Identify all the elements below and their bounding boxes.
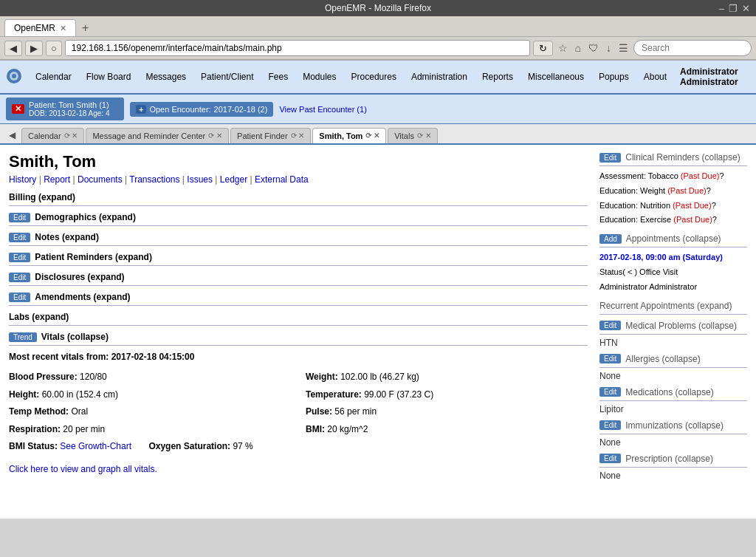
user-display: Administrator Administrator (674, 61, 750, 93)
immunizations-edit-button[interactable]: Edit (599, 420, 621, 430)
medical-problems-value: HTN (599, 338, 747, 348)
view-past-encounter-link[interactable]: View Past Encounter (1) (279, 105, 366, 114)
oxygen-value: 97 % (233, 441, 252, 451)
download-icon[interactable]: ↓ (604, 41, 614, 55)
menu-modules[interactable]: Modules (295, 66, 343, 88)
url-bar[interactable] (65, 40, 530, 56)
reminders-list: Assessment: Tobacco (Past Due)? Educatio… (599, 169, 747, 228)
clinical-reminders-edit-button[interactable]: Edit (599, 153, 621, 163)
restore-button[interactable]: ❐ (729, 3, 738, 14)
allergies-value: None (599, 371, 747, 381)
menu-patient-client[interactable]: Patient/Client (193, 66, 261, 88)
recurrent-appointments-header: Recurrent Appointments (expand) (599, 301, 747, 311)
tab-smith-tom[interactable]: Smith, Tom ⟳ ✕ (312, 128, 386, 143)
medical-problems-section: Edit Medical Problems (collapse) HTN (599, 321, 747, 348)
prescription-edit-button[interactable]: Edit (599, 454, 621, 463)
tab-smith-icons: ⟳ ✕ (365, 131, 379, 140)
vitals-trend-button[interactable]: Trend (9, 332, 37, 342)
appointments-title: Appointments (collapse) (626, 233, 721, 244)
labs-header: Labs (expand) (9, 312, 588, 322)
menu-administration[interactable]: Administration (404, 66, 475, 88)
documents-link[interactable]: Documents (78, 174, 123, 185)
open-encounter-button[interactable]: + Open Encounter: 2017-02-18 (2) (130, 102, 273, 117)
tab-vitals[interactable]: Vitals ⟳ ✕ (388, 128, 437, 143)
bmi-status-link[interactable]: See Growth-Chart (60, 441, 131, 451)
svg-point-2 (12, 74, 16, 78)
weight-value: 102.00 lb (46.27 kg) (340, 372, 419, 382)
browser-tab-close[interactable]: ✕ (60, 24, 66, 33)
browser-title: OpenEMR - Mozilla Firefox (325, 3, 431, 13)
tab-calendar[interactable]: Calendar ⟳ ✕ (21, 128, 84, 143)
recurrent-appointments-title: Recurrent Appointments (expand) (599, 301, 732, 311)
medications-edit-button[interactable]: Edit (599, 387, 621, 397)
encounter-info: View Past Encounter (1) (279, 105, 366, 114)
temperature-row: Temperature: 99.00 F (37.23 C) (306, 387, 588, 403)
patient-dob: DOB: 2013-02-18 Age: 4 (29, 109, 110, 117)
blood-pressure-value: 120/80 (80, 372, 107, 382)
reload-button[interactable]: ↻ (533, 41, 553, 56)
home-button[interactable]: ○ (46, 41, 62, 56)
notes-edit-button[interactable]: Edit (9, 233, 30, 242)
forward-button[interactable]: ▶ (25, 41, 43, 56)
height-label: Height: (9, 389, 39, 400)
pulse-row: Pulse: 56 per min (306, 404, 588, 420)
amendments-edit-button[interactable]: Edit (9, 293, 30, 302)
shield-icon[interactable]: 🛡 (586, 41, 601, 55)
close-button[interactable]: ✕ (742, 3, 750, 14)
tab-finder-icons: ⟳ ✕ (291, 131, 305, 140)
reminder-nutrition-status: (Past Due) (673, 201, 712, 210)
menu-icon[interactable]: ☰ (616, 41, 630, 55)
right-panel: Edit Clinical Reminders (collapse) Asses… (599, 152, 747, 487)
back-button[interactable]: ◀ (4, 41, 22, 56)
menu-miscellaneous[interactable]: Miscellaneous (520, 66, 591, 88)
immunizations-title: Immunizations (collapse) (625, 420, 724, 431)
issues-link[interactable]: Issues (187, 174, 213, 185)
history-link[interactable]: History (9, 174, 36, 185)
external-data-link[interactable]: External Data (255, 174, 309, 185)
patient-label: Patient: (29, 100, 56, 109)
patient-reminders-edit-button[interactable]: Edit (9, 253, 30, 262)
weight-row: Weight: 102.00 lb (46.27 kg) (306, 369, 588, 386)
temp-method-value: Oral (71, 406, 88, 417)
browser-tab-openemr[interactable]: OpenEMR ✕ (4, 19, 76, 36)
graph-vitals-link[interactable]: Click here to view and graph all vitals. (9, 464, 157, 474)
menu-calendar[interactable]: Calendar (28, 66, 79, 88)
billing-header: Billing (expand) (9, 192, 588, 202)
browser-search-input[interactable] (633, 40, 752, 56)
disclosures-edit-button[interactable]: Edit (9, 273, 30, 282)
medical-problems-edit-button[interactable]: Edit (599, 321, 621, 330)
menu-reports[interactable]: Reports (475, 66, 520, 88)
close-x[interactable]: ✕ (12, 104, 24, 114)
tab-message-reminder[interactable]: Message and Reminder Center ⟳ ✕ (86, 128, 229, 143)
demographics-edit-button[interactable]: Edit (9, 213, 30, 222)
ledger-link[interactable]: Ledger (220, 174, 247, 185)
new-tab-button[interactable]: + (78, 20, 93, 36)
menu-popups[interactable]: Popups (591, 66, 636, 88)
left-panel: Smith, Tom History | Report | Documents … (9, 152, 588, 487)
menu-procedures[interactable]: Procedures (344, 66, 404, 88)
menu-fees[interactable]: Fees (261, 66, 295, 88)
blood-pressure-row: Blood Pressure: 120/80 (9, 369, 291, 386)
menu-messages[interactable]: Messages (138, 66, 193, 88)
reminder-weight-status: (Past Due) (667, 186, 707, 195)
temperature-label: Temperature: (306, 389, 362, 400)
bmi-value: 20 kg/m^2 (327, 424, 368, 434)
home-icon[interactable]: ⌂ (573, 41, 583, 55)
menu-flowboard[interactable]: Flow Board (79, 66, 139, 88)
appointments-add-button[interactable]: Add (599, 234, 622, 244)
minimize-button[interactable]: – (719, 3, 724, 14)
tab-patient-finder[interactable]: Patient Finder ⟳ ✕ (230, 128, 311, 143)
report-link[interactable]: Report (44, 174, 70, 185)
appointments-header: Add Appointments (collapse) (599, 233, 747, 244)
menu-about[interactable]: About (636, 66, 674, 88)
allergies-edit-button[interactable]: Edit (599, 354, 621, 363)
clinical-reminders-header: Edit Clinical Reminders (collapse) (599, 152, 747, 163)
transactions-link[interactable]: Transactions (129, 174, 179, 185)
reminder-weight: Education: Weight (Past Due)? (599, 184, 747, 199)
allergies-section: Edit Allergies (collapse) None (599, 354, 747, 381)
clinical-reminders-title: Clinical Reminders (collapse) (625, 152, 740, 163)
vitals-title: Vitals (collapse) (41, 332, 109, 342)
tab-left-arrow[interactable]: ◀ (4, 127, 20, 143)
medications-value: Lipitor (599, 404, 747, 414)
bookmark-icon[interactable]: ☆ (556, 41, 570, 55)
